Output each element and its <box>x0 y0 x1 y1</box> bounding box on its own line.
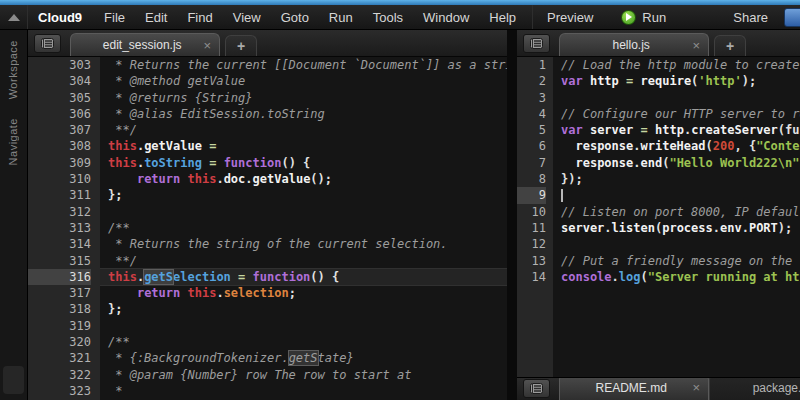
right-code-area[interactable]: // Load the http module to create var ht… <box>553 57 800 377</box>
gutter-line-number[interactable]: 323 <box>28 383 91 399</box>
gutter-line-number[interactable]: 317 <box>28 285 91 301</box>
code-line[interactable]: }; <box>100 301 507 317</box>
code-line[interactable]: this.toString = function() { <box>100 155 507 171</box>
code-line[interactable]: return this.doc.getValue(); <box>100 171 507 187</box>
sidebar-tab-workspace[interactable]: Workspace <box>7 40 35 99</box>
gutter-line-number[interactable]: 8 <box>517 171 546 187</box>
gutter-line-number[interactable]: 12 <box>517 236 546 252</box>
code-line[interactable]: this.getSelection = function() { <box>100 269 507 285</box>
tab-hello-js[interactable]: hello.js × <box>559 33 709 56</box>
code-line[interactable]: console.log("Server running at htt <box>553 269 800 285</box>
tab-edit-session-js[interactable]: edit_session.js × <box>70 33 220 56</box>
gutter-line-number[interactable]: 3 <box>517 90 546 106</box>
menu-edit[interactable]: Edit <box>135 10 177 25</box>
gutter-line-number[interactable]: 320 <box>28 334 91 350</box>
code-line[interactable]: response.writeHead(200, {"Conten <box>553 138 800 154</box>
code-line[interactable]: // Put a friendly message on the t <box>553 253 800 269</box>
code-line[interactable]: * <box>100 383 507 399</box>
menu-goto[interactable]: Goto <box>271 10 319 25</box>
menu-file[interactable]: File <box>94 10 135 25</box>
code-line[interactable] <box>553 187 800 203</box>
code-line[interactable]: /** <box>100 334 507 350</box>
code-line[interactable]: **/ <box>100 253 507 269</box>
gutter-line-number[interactable]: 313 <box>28 220 91 236</box>
menu-find[interactable]: Find <box>177 10 222 25</box>
code-line[interactable]: * @param {Number} row The row to start a… <box>100 367 507 383</box>
sidebar-bottom-button[interactable] <box>3 366 24 394</box>
gutter-line-number[interactable]: 312 <box>28 204 91 220</box>
menu-tools[interactable]: Tools <box>363 10 413 25</box>
gutter-line-number[interactable]: 306 <box>28 106 91 122</box>
gutter-line-number[interactable]: 308 <box>28 138 91 154</box>
code-line[interactable]: * Returns the string of the current sele… <box>100 236 507 252</box>
close-tab-icon[interactable]: × <box>692 38 700 53</box>
collapse-menubar-button[interactable] <box>0 5 28 29</box>
menu-run[interactable]: Run <box>319 10 363 25</box>
gutter-line-number[interactable]: 322 <box>28 367 91 383</box>
code-line[interactable]: var http = require('http'); <box>553 73 800 89</box>
code-line[interactable]: /** <box>100 220 507 236</box>
code-line[interactable]: response.end("Hello World222\n") <box>553 155 800 171</box>
code-line[interactable]: **/ <box>100 122 507 138</box>
run-button[interactable]: Run <box>621 10 666 25</box>
pane-splitter[interactable] <box>507 30 517 400</box>
gutter-line-number[interactable]: 314 <box>28 236 91 252</box>
menu-help[interactable]: Help <box>479 10 526 25</box>
code-line[interactable]: * @method getValue <box>100 73 507 89</box>
share-button[interactable]: Share <box>733 10 768 25</box>
gutter-line-number[interactable]: 11 <box>517 220 546 236</box>
code-line[interactable] <box>553 90 800 106</box>
gutter-line-number[interactable]: 5 <box>517 122 546 138</box>
code-line[interactable]: server.listen(process.env.PORT); <box>553 220 800 236</box>
new-tab-button[interactable]: + <box>714 35 746 56</box>
menu-view[interactable]: View <box>223 10 271 25</box>
gutter-line-number[interactable]: 10 <box>517 204 546 220</box>
code-line[interactable]: * Returns the current [[Document `Docume… <box>100 57 507 73</box>
gutter-line-number[interactable]: 13 <box>517 253 546 269</box>
gutter-line-number[interactable]: 14 <box>517 269 546 285</box>
gutter-line-number[interactable]: 307 <box>28 122 91 138</box>
code-line[interactable] <box>100 204 507 220</box>
code-line[interactable]: // Configure our HTTP server to re <box>553 106 800 122</box>
gutter-line-number[interactable]: 310 <box>28 171 91 187</box>
gutter-line-number[interactable]: 304 <box>28 73 91 89</box>
code-line[interactable] <box>553 236 800 252</box>
gutter-line-number[interactable]: 321 <box>28 350 91 366</box>
gutter-line-number[interactable]: 1 <box>517 57 546 73</box>
gutter-line-number[interactable]: 4 <box>517 106 546 122</box>
code-line[interactable]: return this.selection; <box>100 285 507 301</box>
gutter-line-number[interactable]: 316 <box>28 269 91 285</box>
preview-button[interactable]: Preview <box>533 10 605 25</box>
gutter-line-number[interactable]: 2 <box>517 73 546 89</box>
gutter-line-number[interactable]: 7 <box>517 155 546 171</box>
code-line[interactable]: * @returns {String} <box>100 90 507 106</box>
gutter-line-number[interactable]: 305 <box>28 90 91 106</box>
gutter-line-number[interactable]: 309 <box>28 155 91 171</box>
code-line[interactable]: }; <box>100 187 507 203</box>
sidebar-tab-navigate[interactable]: Navigate <box>7 118 35 165</box>
code-line[interactable]: // Listen on port 8000, IP default <box>553 204 800 220</box>
account-button[interactable] <box>784 8 800 27</box>
gutter-line-number[interactable]: 318 <box>28 301 91 317</box>
menu-window[interactable]: Window <box>413 10 479 25</box>
tab-list-button[interactable] <box>34 34 61 53</box>
tab-package-json[interactable]: package.json <box>709 377 800 400</box>
tab-list-button[interactable] <box>523 379 550 398</box>
tab-readme-md[interactable]: README.md × <box>559 377 709 400</box>
code-line[interactable]: // Load the http module to create <box>553 57 800 73</box>
gutter-line-number[interactable]: 6 <box>517 138 546 154</box>
gutter-line-number[interactable]: 319 <box>28 318 91 334</box>
code-line[interactable]: * @alias EditSession.toString <box>100 106 507 122</box>
gutter-line-number[interactable]: 311 <box>28 187 91 203</box>
code-line[interactable]: }); <box>553 171 800 187</box>
gutter-line-number[interactable]: 9 <box>517 187 546 203</box>
code-line[interactable]: this.getValue = <box>100 138 507 154</box>
code-line[interactable] <box>100 318 507 334</box>
code-line[interactable]: * {:BackgroundTokenizer.getState} <box>100 350 507 366</box>
tab-list-button[interactable] <box>523 34 550 53</box>
close-tab-icon[interactable]: × <box>692 380 700 395</box>
gutter-line-number[interactable]: 303 <box>28 57 91 73</box>
code-line[interactable]: var server = http.createServer(fun <box>553 122 800 138</box>
gutter-line-number[interactable]: 315 <box>28 253 91 269</box>
new-tab-button[interactable]: + <box>225 35 257 56</box>
